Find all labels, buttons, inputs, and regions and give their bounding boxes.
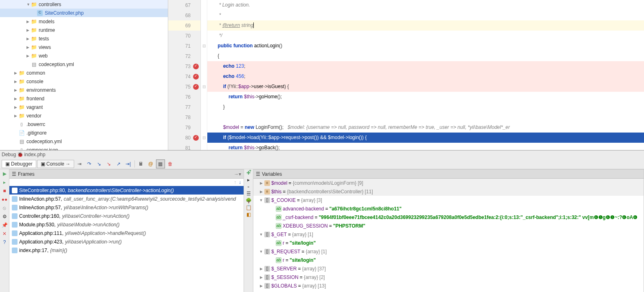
fold-marker[interactable] (201, 20, 207, 31)
expand-arrow-icon[interactable]: ▶ (26, 54, 31, 58)
gutter-line[interactable]: 76 (168, 92, 200, 102)
gutter-line[interactable]: 69 (168, 20, 200, 31)
frames-dropdown-icon[interactable]: →▾ (234, 171, 241, 177)
fold-marker[interactable]: ⊟ (201, 41, 207, 51)
step-over-button[interactable]: ↷ (85, 159, 94, 168)
expand-arrow-icon[interactable]: ▶ (14, 114, 18, 118)
frame-row[interactable]: index.php:17, {main}() (9, 246, 244, 254)
expand-arrow-icon[interactable]: ▶ (14, 71, 18, 75)
fold-marker[interactable] (201, 92, 207, 102)
diff-button[interactable]: ◧ (246, 212, 251, 217)
remove-watch-button[interactable]: ▫ (248, 184, 249, 190)
tree-button[interactable]: 🌳 (246, 198, 252, 204)
tree-item[interactable]: ▶📁web (0, 51, 168, 60)
variable-row[interactable]: ▼[]$_REQUEST = {array} [1] (253, 247, 644, 256)
gutter-line[interactable]: 81 (168, 143, 200, 153)
code-line[interactable]: return $this->goHome(); (207, 92, 644, 102)
expand-arrow-icon[interactable]: ▼ (259, 250, 263, 254)
tree-item[interactable]: ▶📁common (0, 69, 168, 77)
code-line[interactable]: */ (207, 31, 644, 41)
expand-arrow-icon[interactable]: ▶ (259, 275, 263, 279)
code-lines[interactable]: * Login action. * * @return string */ pu… (207, 0, 644, 150)
settings-button[interactable]: ▦ (156, 159, 165, 168)
expand-arrow-icon[interactable]: ▶ (26, 37, 31, 41)
breakpoint-icon[interactable] (193, 64, 199, 69)
new-watch-button[interactable]: ▸ (247, 177, 250, 183)
code-line[interactable]: * @return string (207, 20, 644, 31)
expand-arrow-icon[interactable]: ▼ (259, 232, 263, 237)
fold-marker[interactable] (201, 112, 207, 122)
gutter-line[interactable]: 80 (168, 133, 200, 143)
rerun-button[interactable]: ▶ (1, 170, 8, 177)
expand-arrow-icon[interactable]: ▶ (26, 45, 31, 49)
gutter-line[interactable]: 70 (168, 31, 200, 41)
code-line[interactable]: { (207, 51, 644, 61)
fold-marker[interactable] (201, 61, 207, 71)
variable-row[interactable]: ▼[]$_GET = {array} [1] (253, 230, 644, 239)
gutter-line[interactable]: 67 (168, 0, 200, 10)
gutter-line[interactable]: 74 (168, 71, 200, 82)
frame-row[interactable]: Application.php:111, yii\web\Application… (9, 229, 244, 237)
tree-item[interactable]: {}.bowerrc (0, 120, 168, 128)
frame-row[interactable]: Controller.php:160, yii\base\Controller-… (9, 212, 244, 220)
fold-marker[interactable] (201, 0, 207, 10)
frame-row[interactable]: InlineAction.php:57, call_user_func_arra… (9, 195, 244, 203)
frame-row[interactable]: Module.php:530, yii\base\Module->runActi… (9, 220, 244, 229)
fold-marker[interactable] (201, 122, 207, 133)
view-breakpoints-button[interactable]: ●● (1, 196, 8, 203)
code-line[interactable]: if ($model->load(Yii::$app->request->pos… (207, 133, 644, 143)
force-step-into-button[interactable]: ↘ (104, 159, 113, 168)
mute-breakpoints-button[interactable]: ⦸ (1, 204, 8, 212)
breakpoint-icon[interactable] (193, 74, 199, 80)
settings-icon[interactable]: ⚙ (1, 213, 8, 220)
fold-marker[interactable] (201, 10, 207, 20)
tree-item[interactable]: 📄.gitignore (0, 128, 168, 137)
tree-item[interactable]: ▶📁environments (0, 86, 168, 94)
fold-marker[interactable]: ⊟ (201, 82, 207, 92)
breakpoint-icon[interactable] (193, 135, 199, 141)
duplicate-button[interactable]: ☰ (246, 191, 251, 197)
expand-arrow-icon[interactable]: ▶ (26, 28, 31, 32)
code-line[interactable]: if (!Yii::$app->user->isGuest) { (207, 82, 644, 92)
code-line[interactable] (207, 112, 644, 122)
step-out-button[interactable]: ↗ (114, 159, 123, 168)
tree-item[interactable]: ▤codeception.yml (0, 60, 168, 69)
tree-item[interactable]: ▶📁models (0, 17, 168, 26)
stop-button[interactable]: ■ (1, 187, 8, 195)
resume-button[interactable]: ▸ (1, 179, 8, 186)
gutter-line[interactable]: 77 (168, 102, 200, 112)
frame-up-button[interactable]: ↑ (234, 179, 236, 185)
frame-row[interactable]: SiteController.php:80, backend\controlle… (9, 186, 244, 195)
expand-arrow-icon[interactable]: ▶ (14, 80, 18, 84)
watch-button[interactable]: @ (146, 159, 155, 168)
expand-arrow-icon[interactable]: ▶ (14, 97, 18, 101)
fold-column[interactable]: ⊟⊟⊟ (201, 0, 207, 150)
tree-item[interactable]: ▶📁tests (0, 34, 168, 43)
variable-row[interactable]: abXDEBUG_SESSION = "PHPSTORM" (253, 221, 644, 230)
frames-list[interactable]: SiteController.php:80, backend\controlle… (9, 186, 244, 292)
editor-area[interactable]: 676869707172737475767778798081 ⊟⊟⊟ * Log… (168, 0, 644, 150)
copy-button[interactable]: 📋 (246, 205, 252, 210)
expand-arrow-icon[interactable]: ▶ (14, 88, 18, 92)
fold-marker[interactable] (201, 31, 207, 41)
variable-row[interactable]: abr = "site/login" (253, 239, 644, 247)
expand-arrow-icon[interactable]: ▼ (26, 2, 31, 7)
gutter-line[interactable]: 75 (168, 82, 200, 92)
frame-row[interactable]: InlineAction.php:57, yii\base\InlineActi… (9, 203, 244, 212)
code-line[interactable]: return $this->goBack(); (207, 143, 644, 153)
tree-item[interactable]: ▶📁runtime (0, 26, 168, 34)
fold-marker[interactable] (201, 143, 207, 153)
gutter-line[interactable]: 79 (168, 122, 200, 133)
code-line[interactable]: * (207, 10, 644, 20)
fold-marker[interactable] (201, 71, 207, 82)
tree-item[interactable]: ▶📁frontend (0, 94, 168, 103)
run-to-cursor-button[interactable]: ⇥| (124, 159, 133, 168)
expand-arrow-icon[interactable]: ▶ (259, 190, 263, 194)
tree-item[interactable]: ▶📁vendor (0, 111, 168, 120)
variable-row[interactable]: ▶[]$GLOBALS = {array} [13] (253, 281, 644, 290)
close-button[interactable]: 🗑 (166, 159, 175, 168)
gutter-line[interactable]: 78 (168, 112, 200, 122)
frame-down-button[interactable]: ↓ (239, 179, 241, 185)
tree-item[interactable]: CSiteController.php (0, 9, 168, 17)
expand-arrow-icon[interactable]: ▶ (259, 267, 263, 271)
